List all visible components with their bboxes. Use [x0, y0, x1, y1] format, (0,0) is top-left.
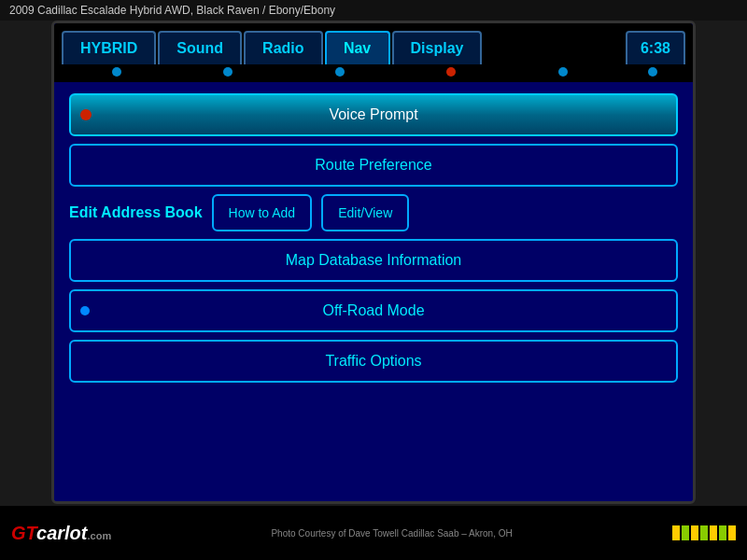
gtcarlot-logo: GTcarlot.com: [11, 523, 111, 544]
stripe-2: [682, 525, 689, 540]
display-indicator-dot: [558, 67, 568, 77]
photo-credit: Photo Courtesy of Dave Towell Cadillac S…: [271, 528, 512, 539]
route-preference-button[interactable]: Route Preference: [69, 144, 678, 187]
tab-nav[interactable]: Nav: [325, 31, 390, 64]
sound-dot-cell: [174, 67, 284, 77]
sound-indicator-dot: [223, 67, 233, 77]
edit-address-row: Edit Address Book How to Add Edit/View: [69, 194, 678, 231]
time-dot-cell: [620, 67, 686, 77]
nav-content: Voice Prompt Route Preference Edit Addre…: [54, 82, 693, 501]
clock-display: 6:38: [626, 31, 685, 64]
footer: GTcarlot.com Photo Courtesy of Dave Towe…: [0, 506, 747, 560]
stripe-4: [700, 525, 708, 540]
traffic-options-button[interactable]: Traffic Options: [69, 340, 678, 383]
voice-prompt-button[interactable]: Voice Prompt: [69, 93, 678, 136]
nav-dot-cell: [397, 67, 507, 77]
off-road-blue-dot: [80, 306, 90, 315]
car-title: 2009 Cadillac Escalade Hybrid AWD, Black…: [9, 4, 335, 17]
tab-sound[interactable]: Sound: [158, 31, 242, 64]
infotainment-screen: HYBRID Sound Radio Nav Display 6:38 Voic…: [51, 21, 696, 504]
time-indicator-dot: [648, 67, 657, 77]
voice-prompt-red-dot: [80, 109, 92, 120]
edit-address-label: Edit Address Book: [69, 204, 203, 221]
top-bar: 2009 Cadillac Escalade Hybrid AWD, Black…: [0, 0, 747, 21]
off-road-mode-button[interactable]: Off-Road Mode: [69, 289, 678, 332]
stripe-6: [719, 525, 726, 540]
how-to-add-button[interactable]: How to Add: [212, 194, 313, 231]
stripe-3: [691, 525, 698, 540]
radio-dot-cell: [285, 67, 395, 77]
edit-view-button[interactable]: Edit/View: [321, 194, 409, 231]
tab-radio[interactable]: Radio: [244, 31, 322, 64]
radio-indicator-dot: [335, 67, 345, 77]
tab-hybrid[interactable]: HYBRID: [62, 31, 156, 64]
tab-indicators: [54, 64, 693, 82]
tab-display[interactable]: Display: [392, 31, 483, 64]
hybrid-dot-cell: [62, 67, 172, 77]
tab-bar: HYBRID Sound Radio Nav Display 6:38: [54, 23, 693, 64]
stripe-decoration: [672, 525, 736, 540]
nav-indicator-dot: [446, 67, 456, 77]
hybrid-indicator-dot: [112, 67, 121, 77]
stripe-7: [728, 525, 736, 540]
map-database-button[interactable]: Map Database Information: [69, 239, 678, 282]
stripe-1: [672, 525, 680, 540]
stripe-5: [710, 525, 717, 540]
display-dot-cell: [508, 67, 618, 77]
